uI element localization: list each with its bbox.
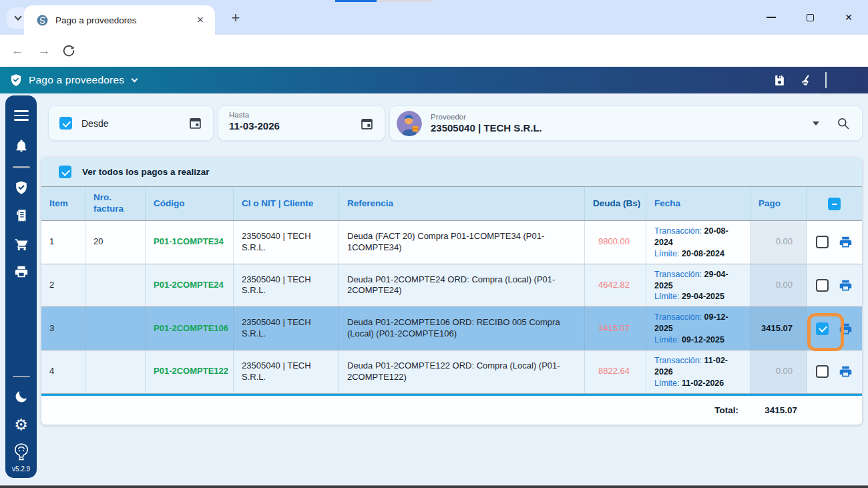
forward-button[interactable]: →: [35, 41, 53, 60]
cell-codigo: P01-2COMPTE106: [146, 307, 234, 350]
show-all-banner: Ver todos los pagos a realizar: [41, 158, 862, 187]
dark-mode-moon-icon[interactable]: [14, 389, 29, 404]
table-row[interactable]: 4 P01-2COMPTE122 23505040 | TECH S.R.L. …: [41, 350, 862, 394]
print-row-icon[interactable]: [839, 235, 853, 249]
table-row[interactable]: 3 P01-2COMPTE106 23505040 | TECH S.R.L. …: [41, 307, 862, 350]
reload-button[interactable]: [61, 43, 76, 58]
tab-title: Pago a proveedores: [55, 15, 194, 25]
cell-referencia: Deuda P01-2COMPTE24 ORD: Compra (Local) …: [339, 264, 585, 307]
column-codigo: Código: [146, 187, 234, 220]
menu-button[interactable]: [14, 110, 29, 121]
new-tab-button[interactable]: +: [226, 8, 246, 28]
restore-icon: [807, 14, 814, 21]
cell-referencia: Deuda P01-2COMPTE106 ORD: RECIBO 005 Com…: [339, 307, 585, 350]
page-title: Pago a proveedores: [29, 74, 124, 86]
cell-actions: [807, 221, 862, 264]
desde-checkbox[interactable]: [59, 117, 72, 130]
sidebar-item-printer[interactable]: [14, 264, 29, 279]
minimize-icon: [767, 17, 776, 18]
clear-broom-button[interactable]: [799, 74, 812, 87]
app-logo-icon: [12, 443, 31, 463]
title-chevron-icon[interactable]: [132, 76, 138, 83]
total-label: Total:: [646, 396, 750, 425]
tab-strip: Pago a proveedores × + ×: [0, 0, 868, 35]
cell-factura: [85, 264, 146, 307]
table-row[interactable]: 1 20 P01-1COMPTE34 23505040 | TECH S.R.L…: [41, 221, 862, 264]
calendar-icon[interactable]: [188, 116, 202, 130]
cell-item: 3: [41, 307, 85, 350]
proveedor-text: Proveedor 23505040 | TECH S.R.L.: [431, 113, 813, 134]
cell-codigo: P01-2COMPTE24: [146, 264, 234, 307]
proveedor-label: Proveedor: [431, 113, 813, 121]
save-button[interactable]: [773, 74, 786, 87]
sidebar-item-cart[interactable]: [14, 236, 29, 251]
cell-cliente: 23505040 | TECH S.R.L.: [234, 221, 339, 264]
cell-cliente: 23505040 | TECH S.R.L.: [234, 307, 339, 350]
browser-window: Pago a proveedores × + × ← → ⋮: [0, 0, 868, 488]
column-referencia: Referencia: [339, 187, 585, 220]
show-all-checkbox[interactable]: [59, 166, 71, 178]
sidebar-item-invoice[interactable]: [14, 208, 29, 223]
checkbox-wrapper: [816, 279, 829, 292]
sidebar-item-shield[interactable]: [14, 180, 29, 195]
window-minimize-button[interactable]: [752, 0, 791, 35]
sidebar: ⚙ v5.2.9: [5, 95, 37, 478]
show-all-label: Ver todos los pagos a realizar: [82, 167, 210, 177]
column-item: Item: [41, 187, 85, 220]
select-all-checkbox[interactable]: [828, 198, 841, 210]
cell-referencia: Deuda P01-2COMPTE122 ORD: Compra (Local)…: [339, 350, 585, 393]
total-row: Total: 3415.07: [41, 396, 862, 425]
tab-close-icon[interactable]: ×: [194, 13, 207, 27]
cell-actions: [807, 264, 862, 307]
app-version: v5.2.9: [12, 465, 30, 473]
column-deuda: Deuda (Bs): [585, 187, 646, 220]
print-row-icon[interactable]: [839, 322, 853, 336]
table-body: 1 20 P01-1COMPTE34 23505040 | TECH S.R.L…: [41, 221, 862, 394]
notifications-bell-icon[interactable]: [14, 138, 29, 153]
cell-item: 1: [41, 221, 85, 264]
payments-panel: Ver todos los pagos a realizar Item Nro.…: [41, 158, 862, 425]
back-button[interactable]: ←: [8, 41, 27, 60]
hasta-value: 11-03-2026: [229, 120, 374, 132]
settings-gear-icon[interactable]: ⚙: [13, 417, 29, 433]
desde-label: Desde: [81, 118, 108, 129]
cell-deuda: 9800.00: [585, 221, 646, 264]
filter-desde[interactable]: Desde: [48, 105, 214, 141]
row-pay-checkbox[interactable]: [816, 279, 829, 292]
proveedor-value: 23505040 | TECH S.R.L.: [431, 122, 813, 134]
dropdown-caret-icon[interactable]: [813, 121, 819, 126]
row-pay-checkbox[interactable]: [816, 236, 829, 248]
column-pago: Pago: [750, 187, 807, 220]
print-row-icon[interactable]: [839, 278, 853, 292]
checkbox-wrapper: [816, 365, 829, 378]
row-pay-checkbox[interactable]: [816, 322, 829, 335]
cell-fecha: Transacción: 29-04-2025 Límite: 29-04-20…: [646, 264, 750, 307]
cell-codigo: P01-1COMPTE34: [146, 221, 234, 264]
table-row[interactable]: 2 P01-2COMPTE24 23505040 | TECH S.R.L. D…: [41, 264, 862, 308]
table-header: Item Nro. factura Código CI o NIT | Clie…: [41, 187, 862, 221]
cell-deuda: 8822.64: [585, 350, 646, 393]
print-row-icon[interactable]: [839, 364, 853, 379]
cell-pago: 0.00: [750, 264, 807, 307]
cell-pago: 0.00: [750, 350, 807, 393]
calendar-icon[interactable]: [360, 117, 374, 131]
cell-pago: 0.00: [750, 221, 807, 264]
top-accent-blue: [335, 0, 377, 2]
cell-deuda: 4642.82: [585, 264, 646, 307]
column-cliente: CI o NIT | Cliente: [234, 187, 339, 220]
column-factura: Nro. factura: [85, 187, 146, 220]
window-maximize-button[interactable]: [791, 0, 829, 35]
cell-fecha: Transacción: 09-12-2025 Límite: 09-12-20…: [646, 307, 750, 350]
browser-tab[interactable]: Pago a proveedores ×: [24, 5, 215, 35]
filter-hasta[interactable]: Hasta 11-03-2026: [218, 105, 385, 141]
browser-toolbar: ← → ⋮: [0, 35, 868, 67]
chevron-down-icon: [14, 13, 21, 20]
window-close-button[interactable]: ×: [829, 0, 868, 35]
search-icon[interactable]: [837, 117, 850, 130]
total-value: 3415.07: [750, 396, 807, 425]
row-pay-checkbox[interactable]: [816, 365, 829, 378]
filter-proveedor[interactable]: Proveedor 23505040 | TECH S.R.L.: [389, 105, 863, 141]
favicon-icon: [36, 14, 49, 27]
checkbox-wrapper: [816, 236, 829, 248]
window-controls: ×: [752, 0, 868, 35]
